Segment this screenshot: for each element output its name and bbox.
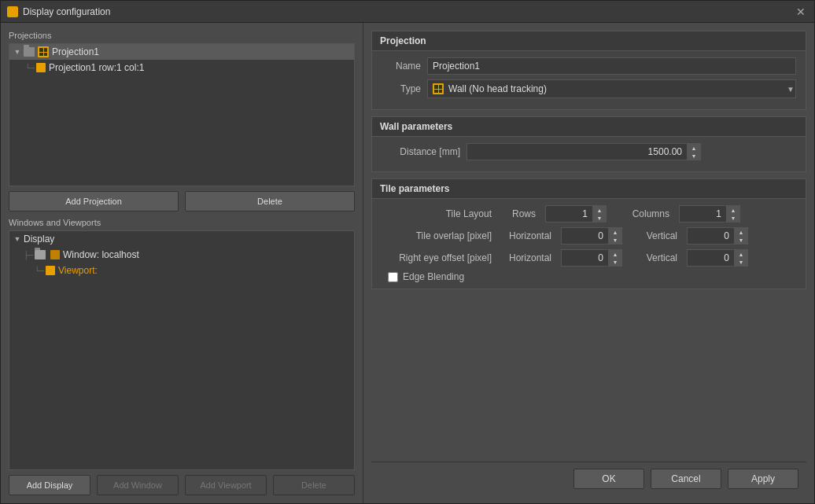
rows-spinbox-btns: ▲ ▼ [592,205,607,223]
proj1-row-label: Projection1 row:1 col:1 [49,62,144,73]
distance-down-button[interactable]: ▼ [688,152,700,160]
rows-down-button[interactable]: ▼ [593,214,606,222]
overlap-h-down-button[interactable]: ▼ [609,236,621,244]
main-content: Projections ▼ Projection1 └─ [1,23,814,503]
tree-item-display[interactable]: ▼ Display [9,231,354,247]
eye-v-up-button[interactable]: ▲ [735,250,747,258]
eye-h-down-button[interactable]: ▼ [609,258,621,266]
edge-blending-checkbox[interactable] [388,272,398,282]
add-viewport-button[interactable]: Add Viewport [185,475,267,495]
type-label: Type [382,83,421,94]
right-spacer [371,296,806,462]
overlap-v-down-button[interactable]: ▼ [735,236,747,244]
windows-label: Windows and Viewports [9,218,355,227]
overlap-h-up-button[interactable]: ▲ [609,228,621,236]
tile-layout-label: Tile Layout [382,208,492,219]
distance-spinbox-btns: ▲ ▼ [687,143,701,160]
tile-layout-row: Tile Layout Rows ▲ ▼ Columns ▲ [382,205,796,223]
columns-up-button[interactable]: ▲ [727,206,739,214]
eye-h-up-button[interactable]: ▲ [609,250,621,258]
tree-item-window[interactable]: ├─ Window: localhost [9,247,354,263]
eye-v-spinbox: ▲ ▼ [687,249,748,267]
grid-icon [38,46,49,57]
overlap-v-input[interactable] [687,227,734,245]
projection-buttons: Add Projection Delete [9,191,355,212]
type-row: Type Wall (No head tracking) ▼ [382,79,796,98]
tile-section-header: Tile parameters [371,178,806,199]
add-window-button[interactable]: Add Window [97,475,179,495]
expand-display-icon[interactable]: ▼ [13,234,22,244]
eye-offset-label: Right eye offset [pixel] [382,252,492,263]
dialog: Display configuration ✕ Projections ▼ Pr… [0,0,815,504]
eye-v-spinbox-btns: ▲ ▼ [734,249,748,267]
name-label: Name [382,61,421,72]
delete-viewport-button[interactable]: Delete [273,475,355,495]
eye-v-input[interactable] [687,249,734,267]
tile-overlap-label: Tile overlap [pixel] [382,230,492,241]
title-bar-icon [7,6,18,17]
windows-section: Windows and Viewports ▼ Display ├─ Windo… [9,218,355,495]
distance-up-button[interactable]: ▲ [688,144,700,152]
distance-row: Distance [mm] ▲ ▼ [382,143,796,160]
rect-icon [36,63,46,72]
connector2: ├─ [24,251,33,259]
eye-v-label: Vertical [638,252,677,263]
type-select[interactable]: Wall (No head tracking) [448,79,791,98]
proj1-label: Projection1 [52,46,99,57]
expand-icon[interactable]: ▼ [13,47,22,57]
type-select-wrapper: Wall (No head tracking) ▼ [427,79,796,98]
window-rect-icon [50,250,60,259]
close-button[interactable]: ✕ [794,5,808,19]
tree-item-projection1[interactable]: ▼ Projection1 [9,44,354,60]
apply-button[interactable]: Apply [728,469,798,489]
projections-tree[interactable]: ▼ Projection1 └─ Projection1 row:1 col:1 [9,43,355,186]
type-icon-grid [433,83,444,94]
eye-offset-row: Right eye offset [pixel] Horizontal ▲ ▼ … [382,249,796,267]
edge-blending-row: Edge Blending [382,271,796,282]
rows-spinbox: ▲ ▼ [545,205,607,223]
eye-h-input[interactable] [561,249,608,267]
eye-h-spinbox-btns: ▲ ▼ [608,249,622,267]
overlap-h-input[interactable] [561,227,608,245]
tree-item-viewport[interactable]: └─ Viewport: [9,263,354,278]
name-row: Name [382,57,796,75]
wall-section-header: Wall parameters [371,116,806,137]
overlap-v-up-button[interactable]: ▲ [735,228,747,236]
projections-label: Projections [9,31,355,40]
tree-item-projection1-row[interactable]: └─ Projection1 row:1 col:1 [9,60,354,75]
columns-down-button[interactable]: ▼ [727,214,739,222]
window-icon [35,250,46,259]
footer-buttons: OK Cancel Apply [371,462,806,495]
distance-label: Distance [mm] [382,146,460,157]
delete-projection-button[interactable]: Delete [185,191,355,212]
add-display-button[interactable]: Add Display [9,475,90,495]
eye-v-down-button[interactable]: ▼ [735,258,747,266]
overlap-h-spinbox: ▲ ▼ [561,227,622,245]
window-label: Window: localhost [63,249,139,260]
distance-input[interactable] [467,143,687,160]
overlap-h-spinbox-btns: ▲ ▼ [608,227,622,245]
connector3: └─ [35,267,44,275]
distance-spinbox: ▲ ▼ [467,143,701,160]
edge-blending-label[interactable]: Edge Blending [403,271,464,282]
viewport-icon [46,266,55,275]
tile-section-body: Tile Layout Rows ▲ ▼ Columns ▲ [371,199,806,289]
viewport-buttons: Add Display Add Window Add Viewport Dele… [9,475,355,495]
projection-section-body: Name Type Wall (No head tracking) [371,51,806,110]
viewport-label: Viewport: [58,265,98,276]
columns-input[interactable] [679,205,726,223]
overlap-v-spinbox: ▲ ▼ [687,227,748,245]
tile-overlap-row: Tile overlap [pixel] Horizontal ▲ ▼ Vert… [382,227,796,245]
eye-h-label: Horizontal [504,252,551,263]
eye-h-spinbox: ▲ ▼ [561,249,622,267]
ok-button[interactable]: OK [573,469,644,489]
name-input[interactable] [427,57,796,75]
overlap-v-spinbox-btns: ▲ ▼ [734,227,748,245]
cancel-button[interactable]: Cancel [651,469,721,489]
connector: └─ [25,64,35,72]
rows-input[interactable] [545,205,592,223]
add-projection-button[interactable]: Add Projection [9,191,179,212]
overlap-v-label: Vertical [638,230,677,241]
rows-up-button[interactable]: ▲ [593,206,606,214]
viewports-tree[interactable]: ▼ Display ├─ Window: localhost └─ [9,230,355,470]
